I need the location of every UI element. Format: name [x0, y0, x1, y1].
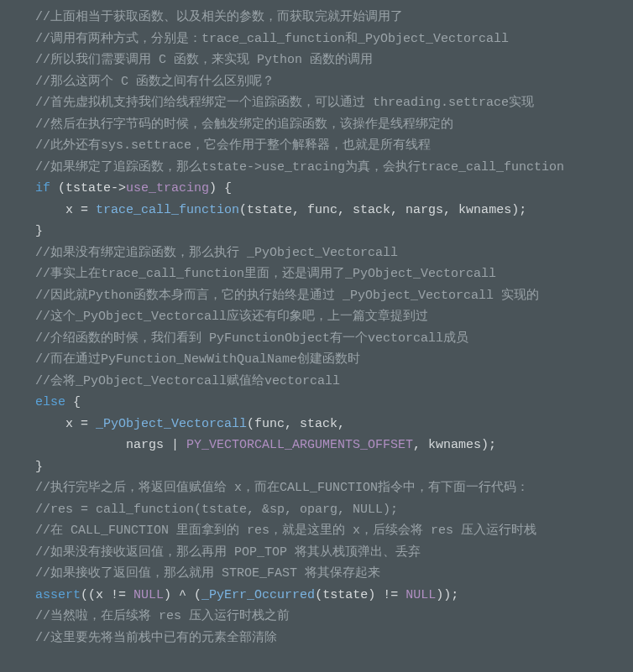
- code-line: //然后在执行字节码的时候，会触发绑定的追踪函数，该操作是线程绑定的: [35, 114, 633, 136]
- token-comment: //那么这两个 C 函数之间有什么区别呢？: [35, 75, 275, 89]
- token-comment: //当然啦，在后续将 res 压入运行时栈之前: [35, 609, 290, 623]
- code-line: x = trace_call_function(tstate, func, st…: [35, 200, 633, 221]
- code-line: //当然啦，在后续将 res 压入运行时栈之前: [35, 606, 633, 628]
- token-func: trace_call_function: [96, 203, 239, 217]
- token-ident: tstate: [65, 181, 111, 195]
- token-punct: }: [35, 224, 43, 238]
- code-line: //在 CALL_FUNCTION 里面拿到的 res，就是这里的 x，后续会将…: [35, 520, 633, 542]
- code-line: if (tstate->use_tracing) {: [35, 178, 633, 200]
- token-punct: |: [171, 438, 186, 452]
- token-punct: (: [247, 417, 254, 431]
- code-line: }: [35, 456, 633, 478]
- code-line: //如果绑定了追踪函数，那么tstate->use_tracing为真，会执行t…: [35, 157, 633, 179]
- token-keyword: assert: [35, 588, 81, 602]
- token-comment: //首先虚拟机支持我们给线程绑定一个追踪函数，可以通过 threading.se…: [35, 96, 534, 110]
- code-line: //那么这两个 C 函数之间有什么区别呢？: [35, 71, 633, 93]
- code-line: else {: [35, 392, 633, 414]
- code-line: //上面相当于获取函数、以及相关的参数，而获取完就开始调用了: [35, 7, 633, 29]
- code-line: //所以我们需要调用 C 函数，来实现 Python 函数的调用: [35, 49, 633, 71]
- token-punct: );: [511, 203, 526, 217]
- code-line: //事实上在trace_call_function里面，还是调用了_PyObje…: [35, 263, 633, 285]
- token-comment: //所以我们需要调用 C 函数，来实现 Python 函数的调用: [35, 53, 373, 67]
- token-keyword: else: [35, 395, 65, 409]
- token-punct: }: [35, 460, 43, 474]
- token-punct: );: [481, 438, 496, 452]
- token-punct: ) {: [209, 181, 232, 195]
- token-ident: x: [96, 588, 111, 602]
- code-line: nargs | PY_VECTORCALL_ARGUMENTS_OFFSET, …: [35, 435, 633, 456]
- code-line: //这个_PyObject_Vectorcall应该还有印象吧，上一篇文章提到过: [35, 306, 633, 328]
- token-member: use_tracing: [126, 181, 209, 195]
- token-punct: ((: [81, 588, 96, 602]
- code-line: //这里要先将当前栈中已有的元素全部清除: [35, 628, 633, 649]
- token-comment: //而在通过PyFunction_NewWithQualName创建函数时: [35, 352, 360, 367]
- token-punct: {: [65, 395, 81, 409]
- token-punct: =: [81, 417, 96, 431]
- token-ident: tstate: [322, 588, 368, 602]
- code-line: //如果没有接收返回值，那么再用 POP_TOP 将其从栈顶弹出、丢弃: [35, 542, 633, 564]
- token-const: NULL: [405, 588, 436, 602]
- token-comment: //上面相当于获取函数、以及相关的参数，而获取完就开始调用了: [35, 10, 403, 24]
- code-line: //介绍函数的时候，我们看到 PyFunctionObject有一个vector…: [35, 328, 633, 350]
- token-ident: x: [35, 417, 81, 431]
- token-ident: nargs: [35, 438, 171, 452]
- token-comment: //调用有两种方式，分别是：trace_call_function和_PyObj…: [35, 32, 509, 46]
- token-punct: !=: [111, 588, 133, 602]
- token-punct: ) !=: [368, 588, 405, 602]
- token-punct: ));: [436, 588, 458, 602]
- code-line: x = _PyObject_Vectorcall(func, stack,: [35, 414, 633, 435]
- code-line: //而在通过PyFunction_NewWithQualName创建函数时: [35, 349, 633, 371]
- token-comment: //在 CALL_FUNCTION 里面拿到的 res，就是这里的 x，后续会将…: [35, 524, 536, 538]
- code-line: assert((x != NULL) ^ (_PyErr_Occurred(ts…: [35, 585, 633, 607]
- token-keyword: if: [35, 181, 50, 195]
- token-comment: //res = call_function(tstate, &sp, oparg…: [35, 503, 398, 517]
- token-comment: //此外还有sys.settrace，它会作用于整个解释器，也就是所有线程: [35, 138, 431, 153]
- token-comment: //如果绑定了追踪函数，那么tstate->use_tracing为真，会执行t…: [35, 160, 564, 175]
- code-line: //如果接收了返回值，那么就用 STROE_FAST 将其保存起来: [35, 563, 633, 585]
- code-line: //调用有两种方式，分别是：trace_call_function和_PyObj…: [35, 29, 633, 50]
- code-line: //执行完毕之后，将返回值赋值给 x，而在CALL_FUNCTION指令中，有下…: [35, 477, 633, 499]
- token-ident: x: [35, 203, 81, 217]
- token-comment: //执行完毕之后，将返回值赋值给 x，而在CALL_FUNCTION指令中，有下…: [35, 481, 529, 495]
- code-line: //首先虚拟机支持我们给线程绑定一个追踪函数，可以通过 threading.se…: [35, 92, 633, 114]
- token-ident: , kwnames: [413, 438, 481, 452]
- token-func: _PyObject_Vectorcall: [96, 417, 247, 431]
- token-ident: tstate, func, stack, nargs, kwnames: [247, 203, 511, 217]
- code-block: //上面相当于获取函数、以及相关的参数，而获取完就开始调用了//调用有两种方式，…: [35, 7, 633, 649]
- token-comment: //然后在执行字节码的时候，会触发绑定的追踪函数，该操作是线程绑定的: [35, 117, 453, 132]
- token-comment: //介绍函数的时候，我们看到 PyFunctionObject有一个vector…: [35, 331, 468, 346]
- token-comment: //这个_PyObject_Vectorcall应该还有印象吧，上一篇文章提到过: [35, 310, 428, 324]
- code-line: //如果没有绑定追踪函数，那么执行 _PyObject_Vectorcall: [35, 242, 633, 264]
- token-punct: ) ^ (: [164, 588, 201, 602]
- token-punct: (: [315, 588, 322, 602]
- code-line: //因此就Python函数本身而言，它的执行始终是通过 _PyObject_Ve…: [35, 285, 633, 307]
- code-line: //此外还有sys.settrace，它会作用于整个解释器，也就是所有线程: [35, 135, 633, 157]
- code-line: //res = call_function(tstate, &sp, oparg…: [35, 499, 633, 521]
- token-comment: //会将_PyObject_Vectorcall赋值给vectorcall: [35, 374, 340, 388]
- token-comment: //如果没有绑定追踪函数，那么执行 _PyObject_Vectorcall: [35, 246, 398, 260]
- token-comment: //事实上在trace_call_function里面，还是调用了_PyObje…: [35, 267, 496, 281]
- code-line: }: [35, 221, 633, 242]
- token-punct: =: [81, 203, 96, 217]
- token-arrow: ->: [111, 181, 126, 195]
- token-punct: (: [239, 203, 247, 217]
- token-comment: //因此就Python函数本身而言，它的执行始终是通过 _PyObject_Ve…: [35, 289, 539, 303]
- token-punct: (: [50, 181, 65, 195]
- token-comment: //如果接收了返回值，那么就用 STROE_FAST 将其保存起来: [35, 566, 380, 581]
- token-func: _PyErr_Occurred: [201, 588, 315, 602]
- token-const: NULL: [133, 588, 164, 602]
- token-const: PY_VECTORCALL_ARGUMENTS_OFFSET: [186, 438, 413, 452]
- token-comment: //这里要先将当前栈中已有的元素全部清除: [35, 631, 277, 645]
- token-ident: func, stack,: [254, 417, 345, 431]
- token-comment: //如果没有接收返回值，那么再用 POP_TOP 将其从栈顶弹出、丢弃: [35, 545, 421, 560]
- code-line: //会将_PyObject_Vectorcall赋值给vectorcall: [35, 371, 633, 393]
